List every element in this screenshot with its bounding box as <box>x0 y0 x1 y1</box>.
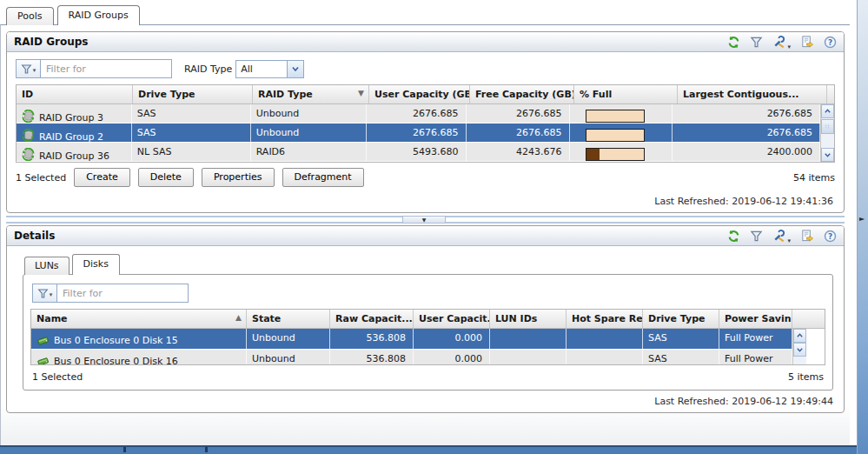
tab-pools-label: Pools <box>17 10 43 22</box>
tab-luns[interactable]: LUNs <box>24 257 70 275</box>
bottom-window-edge <box>0 445 857 454</box>
chevron-down-icon <box>291 65 300 73</box>
column-header-label: % Full <box>580 89 612 103</box>
column-header[interactable]: Name▲ <box>31 310 247 328</box>
raid-groups-filter-input[interactable] <box>40 59 172 78</box>
raid-last-refreshed: Last Refreshed: 2019-06-12 19:41:36 <box>7 190 844 212</box>
horizontal-splitter[interactable]: ▼ <box>6 216 845 224</box>
raid-groups-filter-row: ▾ RAID Type All <box>7 52 844 84</box>
properties-button[interactable]: Properties <box>202 168 275 187</box>
tab-disks[interactable]: Disks <box>72 254 120 275</box>
column-header[interactable]: Power Savin... <box>719 310 792 328</box>
tools-icon[interactable]: ▾ <box>772 36 791 49</box>
table-cell <box>567 350 643 364</box>
vertical-splitter[interactable]: ► <box>857 0 868 454</box>
table-row[interactable]: RAID Group 3SASUnbound2676.6852676.68526… <box>17 104 820 124</box>
column-header-label: Free Capacity (GB) <box>475 89 574 103</box>
scroll-up-button[interactable] <box>821 104 834 118</box>
sort-desc-icon: ▼ <box>358 89 366 103</box>
table-cell: Bus 0 Enclosure 0 Disk 15 <box>31 329 247 349</box>
export-report-icon[interactable] <box>800 36 814 49</box>
raid-groups-panel-title: RAID Groups <box>14 36 88 48</box>
column-header-label: RAID Type <box>258 89 313 103</box>
defragment-button[interactable]: Defragment <box>282 168 364 187</box>
column-header-label: Drive Type <box>138 89 195 103</box>
unisphere-window: ► Pools RAID Groups RAID Groups ▾ ? ▾ RA… <box>0 0 868 454</box>
scrollbar-thumb[interactable]: ∷ <box>821 119 834 134</box>
help-icon[interactable]: ? <box>824 36 837 49</box>
column-header[interactable]: Raw Capacit... <box>330 310 414 328</box>
table-row[interactable]: RAID Group 36NL SASRAID65493.6804243.676… <box>17 143 820 162</box>
chevron-up-icon <box>824 108 832 115</box>
scroll-down-button[interactable] <box>821 148 834 162</box>
percent-full-bar <box>586 110 645 123</box>
column-header[interactable]: Hot Spare Re... <box>567 310 643 328</box>
column-header-label: State <box>252 313 281 328</box>
scroll-up-button[interactable] <box>793 329 806 343</box>
tab-raid-groups-label: RAID Groups <box>69 10 129 21</box>
raid-type-select[interactable]: All <box>235 60 304 78</box>
table-cell: 2676.685 <box>467 124 570 142</box>
tab-raid-groups[interactable]: RAID Groups <box>57 5 140 25</box>
column-header[interactable]: User Capacit... <box>414 310 490 328</box>
help-icon[interactable]: ? <box>824 230 837 243</box>
splitter-collapse-handle[interactable]: ▼ <box>402 216 446 224</box>
column-header[interactable]: User Capacity (GB) <box>369 85 470 103</box>
column-header[interactable]: Drive Type <box>133 85 253 103</box>
refresh-icon[interactable] <box>727 36 740 49</box>
table-row[interactable]: RAID Group 2SASUnbound2676.6852676.68526… <box>17 124 820 143</box>
table-cell: 2676.685 <box>673 104 821 123</box>
disks-filter-input[interactable] <box>56 284 189 303</box>
column-header-label: Largest Contiguous... <box>683 89 799 103</box>
raid-items-count: 54 items <box>793 172 835 184</box>
table-cell: Bus 0 Enclosure 0 Disk 16 <box>31 350 247 364</box>
export-report-icon[interactable] <box>800 230 814 243</box>
table-row[interactable]: Bus 0 Enclosure 0 Disk 16Unbound536.8080… <box>31 350 792 364</box>
table-cell: Unbound <box>251 104 367 123</box>
table-cell: 0.000 <box>414 350 490 364</box>
edge-divider <box>123 447 126 452</box>
column-header-label: User Capacity (GB) <box>374 89 470 103</box>
scroll-down-button[interactable] <box>793 343 806 357</box>
column-header[interactable]: RAID Type▼ <box>253 85 369 103</box>
refresh-icon[interactable] <box>727 230 740 243</box>
table-cell: Full Power <box>719 329 792 349</box>
sort-asc-icon: ▲ <box>235 313 243 328</box>
filter-icon[interactable] <box>750 36 763 49</box>
table-cell: 2676.685 <box>367 104 467 123</box>
vertical-scrollbar[interactable]: ∷ <box>820 104 834 162</box>
column-header[interactable]: LUN IDs <box>490 310 567 328</box>
table-cell: SAS <box>132 124 251 142</box>
column-header[interactable]: Largest Contiguous... <box>678 85 827 103</box>
vertical-scrollbar[interactable] <box>792 329 806 364</box>
column-header[interactable]: Free Capacity (GB) <box>470 85 574 103</box>
svg-text:?: ? <box>828 231 832 240</box>
filter-funnel-icon <box>21 63 32 75</box>
raid-group-icon <box>22 114 35 123</box>
table-row[interactable]: Bus 0 Enclosure 0 Disk 15Unbound536.8080… <box>31 329 792 350</box>
raid-groups-table: IDDrive TypeRAID Type▼User Capacity (GB)… <box>16 84 835 163</box>
create-button[interactable]: Create <box>74 168 130 187</box>
table-cell: Unbound <box>247 350 330 364</box>
tools-caret-icon: ▾ <box>787 43 791 50</box>
chevron-down-icon <box>824 151 832 158</box>
filter-icon[interactable] <box>750 230 763 243</box>
raid-selected-count: 1 Selected <box>16 172 66 184</box>
tab-pools[interactable]: Pools <box>6 7 54 25</box>
column-header[interactable]: % Full <box>574 85 678 103</box>
svg-text:?: ? <box>828 37 832 46</box>
column-header[interactable]: Drive Type <box>643 310 719 328</box>
expand-right-icon[interactable]: ► <box>859 215 865 223</box>
filter-menu-button[interactable]: ▾ <box>32 284 56 303</box>
table-cell: 2676.685 <box>673 124 821 142</box>
chevron-up-icon <box>796 332 804 339</box>
column-header[interactable]: ID <box>17 85 133 103</box>
column-header-label: LUN IDs <box>495 313 537 328</box>
percent-full-bar <box>586 148 645 161</box>
raid-type-dropdown-button[interactable] <box>287 61 303 77</box>
delete-button[interactable]: Delete <box>138 168 194 187</box>
column-header-label: Power Savin... <box>725 313 792 328</box>
column-header[interactable]: State <box>247 310 330 328</box>
filter-menu-button[interactable]: ▾ <box>16 59 40 78</box>
tools-icon[interactable]: ▾ <box>772 230 791 243</box>
